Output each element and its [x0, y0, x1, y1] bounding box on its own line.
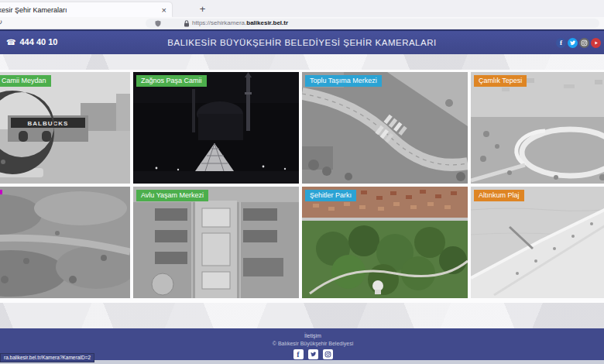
camera-tile-camlik-tepesi[interactable]: Çamlık Tepesi — [471, 72, 604, 184]
camera-thumbnail-courtyard-complex — [133, 187, 299, 298]
facebook-icon[interactable]: f — [293, 349, 304, 359]
camera-label — [0, 190, 2, 194]
camera-thumbnail-bus-terminal — [302, 72, 468, 184]
camera-tile-camii-meydan[interactable]: BALBUCKS Camii Meydan — [0, 72, 130, 184]
status-bar-link: ra.balikesir.bel.tr/Kamera?KameraID=2 — [0, 353, 94, 362]
tab-title: Balıkesir Şehir Kameraları — [0, 6, 156, 14]
browser-window: Balıkesir Şehir Kameraları × + ↻ https:/… — [0, 0, 604, 364]
camera-label: Çamlık Tepesi — [474, 75, 527, 87]
close-tab-icon[interactable]: × — [156, 5, 172, 15]
tab-bar: Balıkesir Şehir Kameraları × + — [0, 0, 604, 17]
lock-icon — [184, 20, 190, 27]
camera-thumbnail-canyon-park — [0, 187, 130, 298]
balbucks-sign: BALBUCKS — [28, 120, 69, 127]
camera-tile-avlu-yasam-merkezi[interactable]: Avlu Yaşam Merkezi — [133, 187, 299, 298]
youtube-icon[interactable] — [591, 38, 601, 48]
navigation-bar: ↻ https://sehirkamera.balikesir.bel.tr — [0, 17, 604, 29]
camera-thumbnail-crescent-square: BALBUCKS — [0, 72, 130, 184]
footer-social-links: f — [22, 349, 604, 359]
footer-copyright: © Balıkesir Büyükşehir Belediyesi — [22, 341, 604, 346]
url-scheme: https://sehirkamera. — [192, 19, 246, 26]
camera-tile-altinkum-plaj[interactable]: Altınkum Plaj — [471, 187, 604, 298]
reload-icon[interactable]: ↻ — [0, 18, 2, 26]
camera-tile-sehitler-parki[interactable]: Şehitler Parkı — [302, 187, 468, 298]
url-bar[interactable]: https://sehirkamera.balikesir.bel.tr — [146, 19, 599, 28]
url-text: https://sehirkamera.balikesir.bel.tr — [192, 19, 288, 28]
facebook-icon[interactable]: f — [556, 38, 566, 48]
header-social-links: f — [556, 38, 601, 48]
new-tab-button[interactable]: + — [195, 2, 210, 17]
phone-icon: ☎ — [6, 38, 15, 46]
camera-thumbnail-green-park — [302, 187, 468, 298]
camera-tile-unlabeled[interactable] — [0, 187, 130, 298]
camera-grid: BALBUCKS Camii Meydan — [0, 72, 604, 298]
camera-tile-zagnos-pasa-camii[interactable]: Zağnos Paşa Camii — [133, 72, 299, 184]
site-header: ☎ 444 40 10 BALIKESİR BÜYÜKŞEHİR BELEDİY… — [0, 29, 604, 54]
camera-thumbnail-beach — [471, 187, 604, 298]
camera-thumbnail-hilltop-park — [471, 72, 604, 184]
url-domain: balikesir.bel.tr — [246, 19, 288, 26]
twitter-icon[interactable] — [308, 349, 318, 359]
page-content: BALBUCKS Camii Meydan — [0, 54, 604, 328]
camera-label: Toplu Taşıma Merkezi — [305, 75, 382, 87]
twitter-icon[interactable] — [568, 38, 578, 48]
camera-label: Altınkum Plaj — [474, 190, 524, 201]
shield-icon[interactable] — [155, 20, 161, 27]
camera-label: Zağnos Paşa Camii — [136, 75, 207, 87]
instagram-icon[interactable] — [579, 38, 589, 48]
camera-label: Şehitler Parkı — [305, 190, 356, 201]
instagram-icon[interactable] — [323, 349, 333, 359]
footer-contact-link[interactable]: İletişim — [22, 333, 604, 338]
camera-label: Avlu Yaşam Merkezi — [136, 190, 208, 201]
camera-label: Camii Meydan — [0, 75, 51, 87]
page-title: BALIKESİR BÜYÜKŞEHİR BELEDİYESİ ŞEHİR KA… — [46, 38, 558, 47]
camera-thumbnail-mosque-night — [133, 72, 299, 184]
camera-tile-toplu-tasima-merkezi[interactable]: Toplu Taşıma Merkezi — [302, 72, 468, 184]
browser-tab[interactable]: Balıkesir Şehir Kameraları × — [0, 2, 172, 17]
